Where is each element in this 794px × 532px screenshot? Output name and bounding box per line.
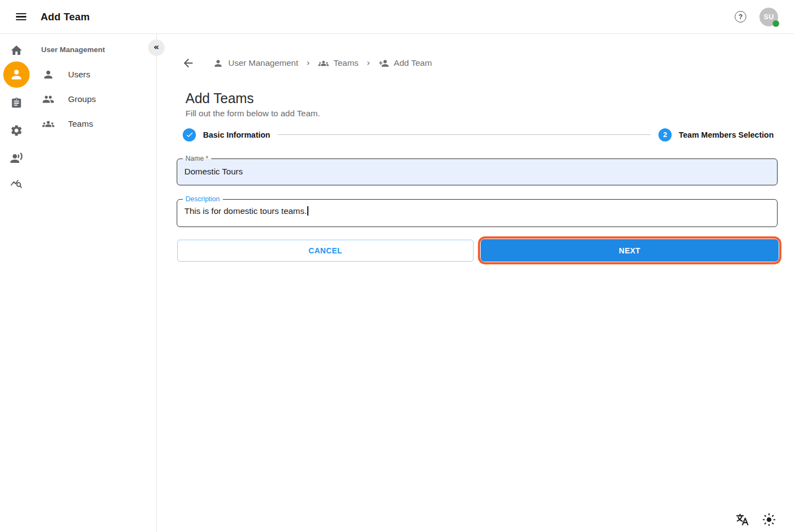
breadcrumb: User Management › Teams › Add Team bbox=[182, 55, 432, 71]
groups-icon bbox=[42, 118, 54, 130]
user-management-active-icon[interactable] bbox=[3, 61, 30, 88]
person-add-icon bbox=[379, 58, 389, 69]
next-button[interactable]: NEXT bbox=[481, 239, 779, 262]
stepper-connector-line bbox=[278, 134, 651, 135]
person-icon bbox=[42, 69, 54, 81]
step-number-badge: 2 bbox=[658, 128, 672, 142]
group-icon bbox=[42, 93, 54, 105]
settings-gear-icon[interactable] bbox=[10, 124, 23, 137]
sidebar-item-label: Teams bbox=[68, 119, 93, 129]
sidebar-item-teams[interactable]: Teams bbox=[33, 112, 155, 136]
back-arrow-icon[interactable] bbox=[182, 56, 195, 70]
brightness-sun-icon[interactable] bbox=[762, 512, 776, 527]
record-voice-over-icon[interactable] bbox=[10, 151, 23, 165]
avatar-initials: SU bbox=[764, 13, 774, 21]
sidebar-divider bbox=[156, 34, 157, 532]
sidebar-item-groups[interactable]: Groups bbox=[33, 87, 155, 111]
name-input[interactable]: Name * Domestic Tours bbox=[177, 159, 778, 185]
breadcrumb-teams[interactable]: Teams bbox=[318, 58, 359, 69]
online-status-dot bbox=[773, 20, 779, 27]
text-caret bbox=[307, 206, 308, 216]
form-title: Add Teams bbox=[185, 90, 254, 106]
analytics-search-icon[interactable] bbox=[10, 177, 23, 190]
clipboard-icon[interactable] bbox=[10, 97, 22, 109]
chevron-right-icon: › bbox=[307, 58, 310, 68]
step-completed-check-icon bbox=[183, 128, 196, 142]
person-icon bbox=[213, 58, 223, 69]
help-icon[interactable]: ? bbox=[735, 11, 746, 22]
sidebar-collapse-icon[interactable]: « bbox=[148, 39, 165, 56]
sidebar-item-label: Users bbox=[68, 70, 90, 80]
next-button-highlight-ring: NEXT bbox=[478, 236, 781, 264]
breadcrumb-add-team[interactable]: Add Team bbox=[379, 58, 432, 69]
home-icon[interactable] bbox=[10, 44, 23, 57]
translate-icon[interactable] bbox=[735, 512, 750, 527]
description-field-value: This is for domestic tours teams. bbox=[184, 206, 308, 216]
sidebar-item-users[interactable]: Users bbox=[33, 63, 155, 87]
page-title: Add Team bbox=[41, 11, 90, 23]
cancel-button[interactable]: CANCEL bbox=[177, 240, 474, 262]
hamburger-menu-icon[interactable] bbox=[16, 13, 26, 20]
chevron-right-icon: › bbox=[367, 58, 370, 68]
breadcrumb-user-management[interactable]: User Management bbox=[213, 58, 299, 69]
top-bar: Add Team ? SU bbox=[0, 0, 794, 34]
submenu-section-title: User Management bbox=[41, 46, 105, 54]
groups-icon bbox=[318, 58, 329, 69]
description-field-label: Description bbox=[183, 195, 223, 204]
add-team-page: Add Team ? SU bbox=[0, 0, 794, 532]
corner-utility-icons bbox=[735, 512, 776, 527]
step-basic-information[interactable]: Basic Information bbox=[183, 128, 270, 142]
name-field-value: Domestic Tours bbox=[184, 159, 243, 184]
avatar[interactable]: SU bbox=[759, 8, 778, 26]
stepper: Basic Information 2 Team Members Selecti… bbox=[183, 128, 774, 142]
sidebar-item-label: Groups bbox=[68, 94, 96, 104]
step-team-members-selection[interactable]: 2 Team Members Selection bbox=[658, 128, 774, 142]
description-input[interactable]: Description This is for domestic tours t… bbox=[177, 199, 778, 227]
form-subtitle: Fill out the form below to add Team. bbox=[185, 109, 320, 118]
